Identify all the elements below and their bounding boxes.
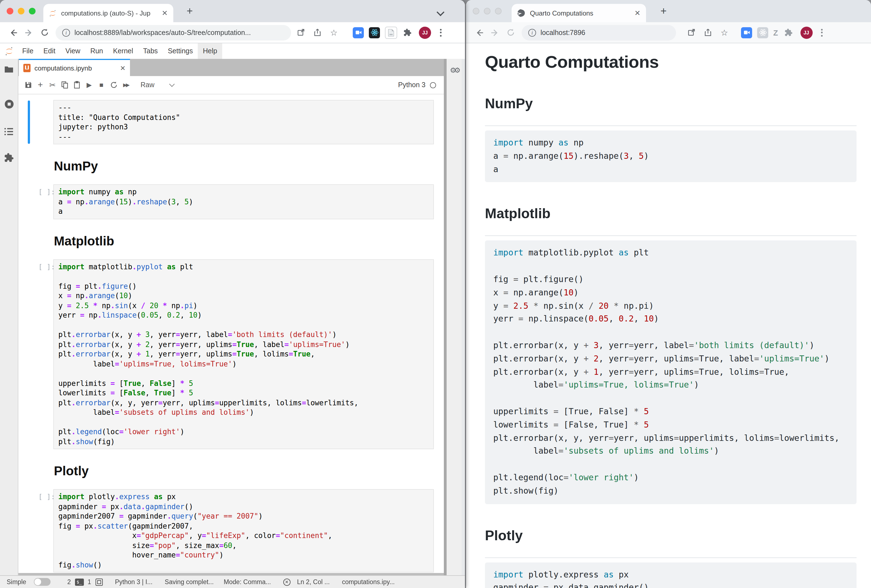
cell-editor[interactable]: ---title: "Quarto Computations"jupyter: … <box>53 100 434 144</box>
z-extension-icon[interactable]: Z <box>773 28 778 37</box>
jupyterlab-browser-window: computations.ip (auto-S) - Jup ✕ + i loc… <box>0 0 465 588</box>
active-cell-indicator <box>28 490 30 572</box>
kernel-status-text[interactable]: Python 3 | I... <box>115 579 153 585</box>
profile-avatar[interactable]: JJ <box>800 26 813 39</box>
forward-icon[interactable] <box>21 25 37 40</box>
extensions-puzzle-icon[interactable] <box>400 25 415 40</box>
traffic-lights[interactable] <box>7 8 36 15</box>
new-tab-button[interactable]: + <box>187 6 193 16</box>
code-cell[interactable]: [ ]:import numpy as npa = np.arange(15).… <box>18 184 444 219</box>
dock-panel: computations.ipynb ✕ + ✂ <box>18 59 444 575</box>
right-tab-strip: Quarto Computations ✕ + <box>466 0 871 22</box>
markdown-cell-heading[interactable]: Matplotlib <box>54 233 434 248</box>
zoom-window-button[interactable] <box>495 8 501 15</box>
command-mode-text[interactable]: Mode: Comma... <box>224 579 271 585</box>
new-tab-button[interactable]: + <box>660 6 667 16</box>
menu-kernel[interactable]: Kernel <box>108 43 138 59</box>
restart-kernel-button[interactable] <box>109 81 118 90</box>
bookmark-star-icon[interactable]: ☆ <box>717 25 732 40</box>
raw-cell[interactable]: ---title: "Quarto Computations"jupyter: … <box>18 100 444 144</box>
site-info-icon[interactable]: i <box>62 28 70 36</box>
profile-avatar[interactable]: JJ <box>419 26 431 39</box>
forward-icon[interactable] <box>487 25 503 40</box>
back-icon[interactable] <box>6 25 21 40</box>
traffic-lights-inactive[interactable] <box>473 8 501 15</box>
browser-menu-icon[interactable] <box>818 28 826 36</box>
table-of-contents-icon[interactable] <box>4 127 14 136</box>
markdown-cell-heading[interactable]: Plotly <box>54 464 434 479</box>
restart-run-all-button[interactable]: ▶▶ <box>122 81 130 90</box>
cell-type-dropdown[interactable]: Raw <box>141 81 174 89</box>
save-button[interactable] <box>24 81 32 90</box>
react-devtools-icon[interactable] <box>369 27 380 38</box>
file-browser-icon[interactable] <box>4 64 14 75</box>
menu-run[interactable]: Run <box>85 43 108 59</box>
browser-tab-jupyterlab[interactable]: computations.ip (auto-S) - Jup ✕ <box>43 4 173 22</box>
panel-divider[interactable] <box>444 59 447 575</box>
cell-prompt: [ ]: <box>38 262 55 271</box>
notifications-icon[interactable]: ✕ <box>283 578 290 585</box>
react-devtools-icon[interactable] <box>757 27 768 38</box>
reload-icon[interactable] <box>37 25 52 40</box>
tab-search-chevron-icon[interactable] <box>438 7 444 14</box>
insert-cell-button[interactable]: + <box>36 81 45 90</box>
minimize-window-button[interactable] <box>18 8 24 15</box>
close-window-button[interactable] <box>473 8 479 15</box>
notebook-tab[interactable]: computations.ipynb ✕ <box>19 59 130 76</box>
jupyter-favicon <box>49 9 57 17</box>
extension-manager-icon[interactable] <box>4 153 14 163</box>
running-kernels-icon[interactable] <box>4 99 14 109</box>
cell-editor[interactable]: import numpy as npa = np.arange(15).resh… <box>53 184 434 219</box>
close-tab-icon[interactable]: ✕ <box>635 9 641 17</box>
address-bar[interactable]: i localhost:7896 <box>522 25 676 40</box>
menu-view[interactable]: View <box>60 43 85 59</box>
menu-file[interactable]: File <box>17 43 38 59</box>
stop-kernel-button[interactable]: ■ <box>97 81 106 90</box>
site-info-icon[interactable]: i <box>528 28 536 36</box>
close-tab-icon[interactable]: ✕ <box>162 9 168 17</box>
back-icon[interactable] <box>471 25 487 40</box>
menu-settings[interactable]: Settings <box>163 43 198 59</box>
section-heading: NumPy <box>485 96 856 112</box>
copy-cells-button[interactable] <box>61 81 69 90</box>
menu-tabs[interactable]: Tabs <box>138 43 163 59</box>
open-in-new-icon[interactable] <box>293 25 308 40</box>
cell-editor[interactable]: import matplotlib.pyplot as plt fig = pl… <box>53 259 434 449</box>
address-bar[interactable]: i localhost:8889/lab/workspaces/auto-S/t… <box>55 25 291 40</box>
open-in-new-icon[interactable] <box>684 25 698 40</box>
menu-edit[interactable]: Edit <box>38 43 60 59</box>
run-cell-button[interactable]: ▶ <box>85 81 93 90</box>
code-cell[interactable]: [ ]:import matplotlib.pyplot as plt fig … <box>18 259 444 449</box>
reload-icon[interactable] <box>503 25 518 40</box>
zoom-extension-icon[interactable] <box>353 27 364 38</box>
jupyter-logo <box>4 43 14 59</box>
kernel-indicator[interactable]: Python 3 <box>398 81 438 89</box>
menu-help[interactable]: Help <box>198 43 222 59</box>
cut-cells-button[interactable]: ✂ <box>48 81 57 90</box>
close-window-button[interactable] <box>7 8 13 15</box>
simple-mode-toggle[interactable] <box>34 578 51 586</box>
share-icon[interactable] <box>700 25 715 40</box>
browser-menu-icon[interactable] <box>437 28 444 36</box>
notebook-cells-area[interactable]: ---title: "Quarto Computations"jupyter: … <box>18 94 444 573</box>
browser-tab-quarto[interactable]: Quarto Computations ✕ <box>512 4 646 22</box>
share-icon[interactable] <box>310 25 325 40</box>
zoom-extension-icon[interactable] <box>741 27 752 38</box>
notebook-toolbar: + ✂ ▶ ■ ▶▶ Raw <box>18 76 444 94</box>
quarto-browser-window: Quarto Computations ✕ + i localhost:7896 <box>466 0 871 588</box>
close-notebook-tab-icon[interactable]: ✕ <box>120 64 126 72</box>
docs-extension-icon[interactable] <box>385 26 397 39</box>
paste-cells-button[interactable] <box>73 81 81 90</box>
markdown-cell-heading[interactable]: NumPy <box>54 159 434 174</box>
property-inspector-gear-icon[interactable]: ⚙⚙ <box>450 68 459 73</box>
cell-editor[interactable]: import plotly.express as pxgapminder = p… <box>53 489 434 572</box>
right-browser-toolbar: i localhost:7896 ☆ Z <box>466 22 871 43</box>
page-title: Quarto Computations <box>485 52 856 72</box>
extensions-puzzle-icon[interactable] <box>781 25 796 40</box>
bookmark-star-icon[interactable]: ☆ <box>327 25 341 40</box>
code-cell[interactable]: [ ]:import plotly.express as pxgapminder… <box>18 489 444 572</box>
zoom-window-button[interactable] <box>29 8 36 15</box>
kernel-status-icon <box>430 82 436 88</box>
minimize-window-button[interactable] <box>484 8 491 15</box>
cursor-position-text[interactable]: Ln 2, Col ... <box>297 579 330 585</box>
